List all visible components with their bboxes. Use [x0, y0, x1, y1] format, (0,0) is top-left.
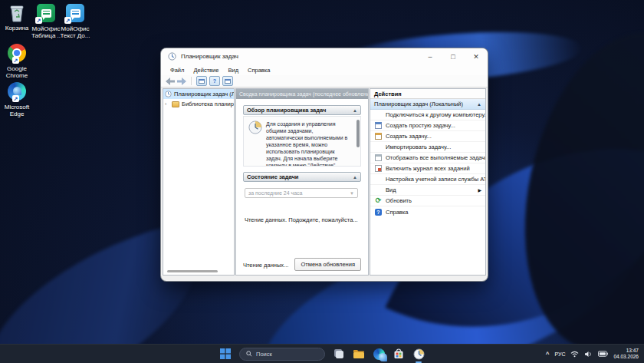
running-tasks-icon: [374, 154, 383, 161]
menu-view[interactable]: Вид: [223, 67, 243, 74]
task-scheduler-app-icon: [168, 52, 176, 61]
action-import-task[interactable]: Импортировать задачу...: [370, 142, 485, 153]
expand-chevron-icon[interactable]: ›: [165, 101, 169, 107]
action-label: Создать задачу...: [386, 133, 432, 140]
tray-overflow-chevron[interactable]: ^: [546, 351, 550, 358]
vertical-scrollbar[interactable]: [356, 120, 360, 147]
task-view-button[interactable]: [333, 348, 345, 360]
myoffice-table-icon: ↗: [36, 4, 56, 24]
status-period-dropdown[interactable]: за последние 24 часа ▼: [245, 188, 358, 198]
window-titlebar[interactable]: Планировщик задач – □ ✕: [161, 48, 488, 64]
taskbar-search[interactable]: Поиск: [239, 348, 325, 361]
collapse-icon[interactable]: ▲: [477, 102, 481, 107]
show-action-pane-button[interactable]: [222, 76, 233, 86]
menu-help[interactable]: Справка: [243, 67, 274, 74]
window-title: Планировщик задач: [181, 53, 238, 60]
shortcut-arrow-icon: ↗: [35, 17, 42, 24]
overview-text: Для создания и управления общими задачам…: [266, 120, 354, 162]
store-icon: [393, 348, 404, 359]
chevron-down-icon: ▼: [350, 191, 354, 196]
task-scheduler-window: Планировщик задач – □ ✕ Файл Действие Ви…: [160, 48, 488, 282]
edge-icon: ↗: [7, 82, 27, 102]
basic-task-icon: [374, 122, 383, 129]
start-button[interactable]: [219, 348, 232, 360]
overview-content: Для создания и управления общими задачам…: [243, 116, 361, 167]
action-create-task[interactable]: Создать задачу...: [370, 131, 485, 142]
desktop-icon-google-chrome[interactable]: ↗ Google Chrome: [0, 43, 34, 79]
file-explorer-button[interactable]: [353, 348, 365, 360]
menu-bar: Файл Действие Вид Справка: [161, 64, 488, 75]
myoffice-text-icon: ↗: [65, 4, 85, 24]
task-scheduler-taskbar-button[interactable]: [412, 348, 425, 360]
desktop-icon-label: Google Chrome: [0, 65, 34, 79]
horizontal-scrollbar[interactable]: [167, 270, 218, 272]
console-tree-pane: Планировщик задач (Локаль › Библиотека п…: [163, 88, 235, 276]
tray-date: 04.03.2026: [613, 354, 639, 360]
tree-item-task-scheduler-library[interactable]: › Библиотека планировщ: [163, 99, 234, 109]
battery-icon[interactable]: [598, 351, 608, 357]
action-label: Настройка учетной записи службы AT: [386, 176, 485, 183]
overview-section-header[interactable]: Обзор планировщика задач ▲: [243, 105, 361, 115]
maximize-button[interactable]: □: [442, 48, 465, 64]
back-arrow-icon[interactable]: [166, 78, 175, 85]
speaker-icon[interactable]: [584, 351, 593, 358]
action-enable-task-history[interactable]: Включить журнал всех заданий: [370, 163, 485, 174]
edge-button[interactable]: [373, 348, 385, 360]
summary-header: Сводка планировщика задач (последнее обн…: [236, 89, 368, 99]
desktop-icon-myoffice-text[interactable]: ↗ МойОфис Текст До...: [58, 3, 92, 39]
action-refresh[interactable]: ⟳ Обновить: [370, 196, 485, 206]
shortcut-arrow-icon: ↗: [12, 57, 19, 64]
shortcut-arrow-icon: ↗: [64, 17, 71, 24]
tree-item-label: Планировщик задач (Локаль: [174, 91, 234, 97]
task-history-icon: [374, 165, 383, 172]
action-label: Подключиться к другому компьютеру...: [386, 111, 485, 118]
menu-action[interactable]: Действие: [189, 67, 223, 74]
actions-pane: Действия Планировщик задач (Локальный) ▲…: [370, 88, 486, 276]
wifi-icon[interactable]: [570, 351, 579, 358]
help-toolbar-button[interactable]: ?: [209, 76, 220, 86]
action-at-service-account[interactable]: Настройка учетной записи службы AT: [370, 174, 485, 185]
reading-data-label: Чтение данных...: [243, 262, 288, 271]
create-task-icon: [374, 133, 383, 140]
status-content: за последние 24 часа ▼ Чтение данных. По…: [243, 188, 361, 223]
status-period-value: за последние 24 часа: [248, 190, 302, 196]
microsoft-store-button[interactable]: [393, 348, 405, 360]
status-section-title: Состояние задачи: [247, 173, 298, 180]
menu-file[interactable]: Файл: [166, 67, 189, 74]
action-connect-to-computer[interactable]: Подключиться к другому компьютеру...: [370, 110, 485, 120]
submenu-arrow-icon: ▶: [478, 187, 481, 193]
cancel-refresh-button[interactable]: Отмена обновления: [294, 258, 361, 271]
tree-item-task-scheduler-local[interactable]: Планировщик задач (Локаль: [163, 89, 234, 99]
action-help[interactable]: ? Справка: [370, 206, 485, 217]
action-view-submenu[interactable]: Вид ▶: [370, 185, 485, 196]
shortcut-arrow-icon: ↗: [12, 95, 19, 102]
search-placeholder: Поиск: [256, 351, 272, 358]
minimize-button[interactable]: –: [419, 48, 442, 64]
close-button[interactable]: ✕: [465, 48, 488, 64]
actions-group-header[interactable]: Планировщик задач (Локальный) ▲: [370, 99, 485, 110]
collapse-icon[interactable]: ▲: [353, 175, 357, 180]
desktop-icon-label: Microsoft Edge: [0, 104, 34, 117]
folder-icon: [353, 349, 365, 359]
action-create-basic-task[interactable]: Создать простую задачу...: [370, 120, 485, 131]
action-label: Импортировать задачу...: [386, 144, 451, 150]
status-section-header[interactable]: Состояние задачи ▲: [243, 172, 361, 182]
language-indicator[interactable]: РУС: [554, 351, 565, 357]
actions-group-label: Планировщик задач (Локальный): [374, 101, 463, 107]
forward-arrow-icon[interactable]: [177, 78, 186, 85]
action-label: Включить журнал всех заданий: [386, 165, 470, 172]
show-console-tree-button[interactable]: [196, 76, 207, 86]
desktop-icon-microsoft-edge[interactable]: ↗ Microsoft Edge: [0, 81, 34, 117]
tray-time: 13:47: [613, 348, 639, 354]
scheduler-logo-icon: [248, 120, 262, 134]
edge-icon: [373, 348, 385, 360]
refresh-icon: ⟳: [374, 197, 383, 204]
search-icon: [246, 351, 252, 357]
tray-clock[interactable]: 13:47 04.03.2026: [613, 348, 639, 360]
task-scheduler-icon: [413, 348, 425, 360]
action-display-running-tasks[interactable]: Отображать все выполняемые задачи: [370, 153, 485, 163]
collapse-icon[interactable]: ▲: [353, 108, 357, 113]
toolbar: ?: [161, 75, 488, 87]
recycle-bin-icon: [7, 3, 27, 23]
action-label: Справка: [386, 209, 408, 216]
